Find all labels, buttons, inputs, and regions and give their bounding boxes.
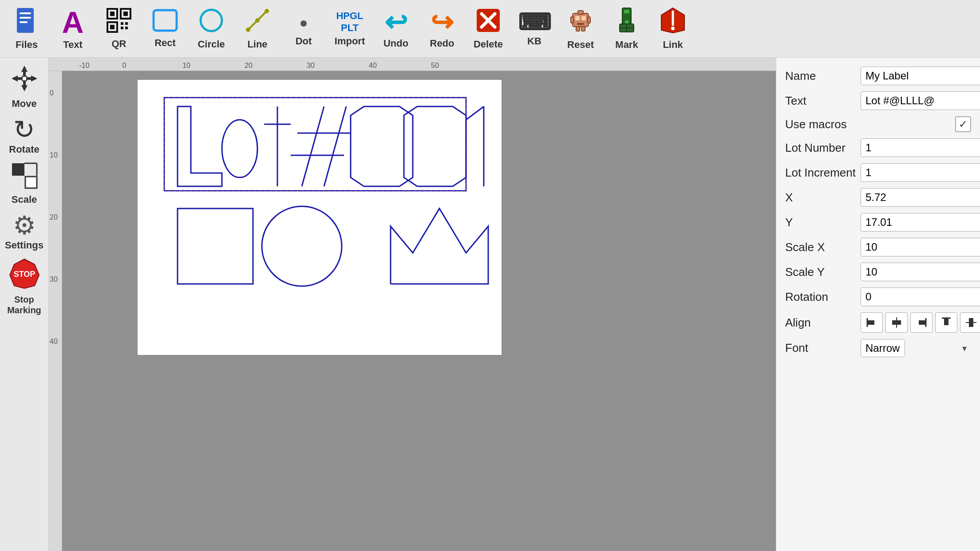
svg-rect-0 — [17, 8, 34, 33]
svg-rect-27 — [577, 23, 584, 25]
align-label-text: Align — [785, 316, 856, 330]
dot-button[interactable]: Dot — [281, 4, 326, 53]
svg-rect-73 — [892, 320, 901, 325]
import-icon: HPGLPLT — [336, 10, 363, 34]
svg-rect-71 — [867, 320, 874, 325]
svg-rect-32 — [581, 27, 585, 31]
text-button[interactable]: A Text — [51, 4, 95, 53]
left-sidebar: Move ↻ Rotate Scale ⚙ Settings — [0, 58, 49, 551]
svg-rect-31 — [576, 27, 580, 31]
svg-rect-25 — [575, 16, 580, 20]
qr-button[interactable]: QR — [97, 4, 141, 53]
svg-rect-7 — [123, 12, 128, 16]
svg-rect-28 — [578, 11, 583, 14]
circle-button[interactable]: Circle — [189, 4, 233, 53]
stop-marking-button[interactable]: STOP StopMarking — [3, 256, 46, 318]
line-button[interactable]: Line — [235, 4, 280, 53]
undo-button[interactable]: ↩ Undo — [374, 4, 418, 53]
svg-rect-34 — [624, 10, 629, 13]
svg-rect-68 — [178, 209, 253, 284]
align-buttons — [861, 312, 980, 333]
svg-rect-9 — [110, 25, 115, 29]
delete-icon — [475, 8, 501, 37]
ruler-v-tick: 0 — [50, 89, 54, 97]
text-label-text: Text — [785, 94, 856, 108]
scale-y-input[interactable] — [861, 263, 980, 281]
qr-label: QR — [112, 38, 126, 50]
svg-line-60 — [324, 106, 346, 186]
mark-button[interactable]: Mark — [605, 4, 649, 53]
svg-point-18 — [265, 9, 269, 13]
svg-point-41 — [671, 27, 675, 30]
link-button[interactable]: Link — [651, 4, 695, 53]
ruler-h-tick: 0 — [122, 62, 126, 70]
text-input[interactable] — [861, 91, 980, 110]
rotation-label-text: Rotation — [785, 290, 856, 304]
ruler-h-tick: 20 — [245, 62, 253, 70]
align-top-button[interactable] — [935, 312, 957, 333]
svg-text:STOP: STOP — [13, 270, 35, 279]
main-area: Move ↻ Rotate Scale ⚙ Settings — [0, 58, 980, 551]
kb-icon: ⌨ — [518, 11, 551, 34]
rect-button[interactable]: Rect — [143, 4, 187, 53]
scale-button[interactable]: Scale — [3, 160, 46, 208]
align-center-v-button[interactable] — [960, 312, 980, 333]
svg-rect-1 — [20, 12, 31, 14]
ruler-h-tick: 30 — [307, 62, 315, 70]
name-input[interactable] — [861, 67, 980, 85]
rect-icon — [152, 9, 178, 35]
lot-increment-label-text: Lot Increment — [785, 166, 856, 180]
font-select[interactable]: Narrow Normal Wide Bold — [861, 339, 905, 357]
svg-line-66 — [466, 106, 484, 120]
ruler-v: 0 10 20 30 40 — [49, 71, 62, 551]
ruler-v-tick: 10 — [50, 151, 58, 159]
x-input[interactable] — [861, 188, 980, 207]
rotation-input[interactable] — [861, 287, 980, 306]
y-row: Y — [785, 213, 971, 232]
kb-button[interactable]: ⌨ KB — [512, 4, 557, 53]
reset-button[interactable]: Reset — [558, 4, 603, 53]
settings-button[interactable]: ⚙ Settings — [3, 210, 46, 254]
svg-rect-67 — [164, 98, 466, 191]
use-macros-row: Use macros ✓ — [785, 116, 971, 132]
svg-rect-77 — [944, 318, 948, 325]
align-center-h-button[interactable] — [885, 312, 908, 333]
svg-rect-30 — [588, 17, 590, 23]
rotate-icon: ↻ — [13, 117, 35, 142]
font-row: Font Narrow Normal Wide Bold — [785, 339, 971, 357]
import-button[interactable]: HPGLPLT Import — [328, 4, 372, 53]
svg-line-59 — [302, 106, 324, 186]
svg-rect-2 — [20, 17, 31, 19]
ruler-h-tick: 10 — [182, 62, 190, 70]
lot-number-input[interactable] — [861, 138, 980, 157]
align-right-button[interactable] — [910, 312, 933, 333]
align-row: Align — [785, 312, 971, 333]
lot-increment-input[interactable] — [861, 163, 980, 182]
settings-label: Settings — [5, 240, 43, 251]
files-button[interactable]: Files — [4, 4, 49, 53]
delete-button[interactable]: Delete — [466, 4, 510, 53]
move-button[interactable]: Move — [3, 61, 46, 112]
svg-rect-35 — [625, 20, 628, 24]
redo-icon: ↪ — [431, 8, 454, 36]
use-macros-checkbox[interactable]: ✓ — [955, 116, 971, 132]
rotate-button[interactable]: ↻ Rotate — [3, 114, 46, 158]
line-icon — [245, 8, 270, 37]
canvas[interactable] — [62, 71, 776, 551]
y-input[interactable] — [861, 213, 980, 232]
scale-x-input[interactable] — [861, 238, 980, 256]
delete-label: Delete — [474, 39, 503, 50]
move-icon — [10, 64, 39, 97]
scale-icon — [11, 162, 38, 193]
reset-icon — [567, 7, 594, 37]
font-label-text: Font — [785, 341, 856, 355]
text-label: Text — [63, 39, 83, 51]
redo-button[interactable]: ↪ Redo — [420, 4, 464, 53]
align-left-button[interactable] — [861, 312, 883, 333]
svg-rect-3 — [20, 21, 28, 23]
canvas-area: -10 0 10 20 30 40 50 0 10 20 30 40 — [49, 58, 776, 551]
files-icon — [15, 7, 38, 37]
svg-rect-29 — [571, 17, 573, 23]
dot-label: Dot — [296, 35, 312, 47]
mark-icon — [613, 7, 640, 37]
